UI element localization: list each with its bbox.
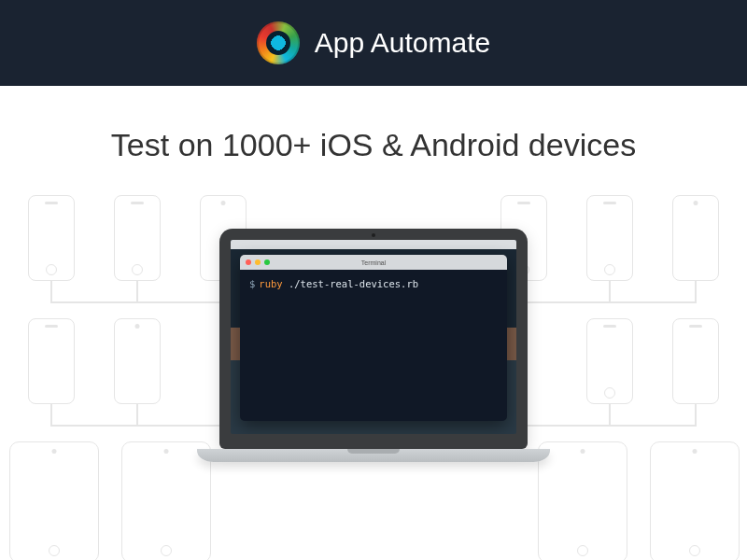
laptop-base bbox=[197, 449, 550, 462]
tablet-outline-icon bbox=[121, 441, 211, 560]
connector-wire bbox=[136, 281, 138, 301]
laptop-screen-bezel: Terminal $ruby ./test-real-devices.rb bbox=[219, 229, 528, 449]
terminal-titlebar: Terminal bbox=[240, 255, 507, 270]
command-argument: ./test-real-devices.rb bbox=[289, 278, 418, 289]
tablet-outline-icon bbox=[538, 441, 627, 560]
connector-wire bbox=[136, 404, 138, 425]
hero-title: Test on 1000+ iOS & Android devices bbox=[0, 127, 747, 163]
laptop-illustration: Terminal $ruby ./test-real-devices.rb bbox=[219, 229, 528, 462]
terminal-body: $ruby ./test-real-devices.rb bbox=[240, 270, 507, 300]
webcam-icon bbox=[372, 233, 375, 237]
connector-wire bbox=[695, 404, 697, 425]
terminal-title: Terminal bbox=[240, 259, 507, 266]
phone-outline-icon bbox=[28, 318, 75, 404]
phone-outline-icon bbox=[672, 195, 719, 281]
eye-ring-logo-icon bbox=[257, 21, 300, 64]
phone-outline-icon bbox=[586, 195, 633, 281]
header-bar: App Automate bbox=[0, 0, 747, 86]
connector-wire bbox=[695, 281, 697, 301]
connector-wire bbox=[50, 404, 52, 425]
connector-wire bbox=[50, 281, 52, 301]
phone-outline-icon bbox=[114, 195, 161, 281]
prompt-symbol: $ bbox=[249, 278, 255, 289]
phone-outline-icon bbox=[28, 195, 75, 281]
phone-outline-icon bbox=[586, 318, 633, 404]
terminal-window: Terminal $ruby ./test-real-devices.rb bbox=[240, 255, 507, 421]
phone-outline-icon bbox=[672, 318, 719, 404]
product-name: App Automate bbox=[315, 27, 490, 59]
command-binary: ruby bbox=[259, 278, 282, 289]
connector-wire bbox=[609, 404, 611, 425]
device-backdrop: Terminal $ruby ./test-real-devices.rb bbox=[0, 191, 747, 560]
macos-menubar bbox=[231, 240, 516, 249]
connector-wire bbox=[609, 281, 611, 301]
laptop-desktop: Terminal $ruby ./test-real-devices.rb bbox=[231, 240, 516, 434]
tablet-outline-icon bbox=[650, 441, 740, 560]
tablet-outline-icon bbox=[9, 441, 99, 560]
phone-outline-icon bbox=[114, 318, 161, 404]
